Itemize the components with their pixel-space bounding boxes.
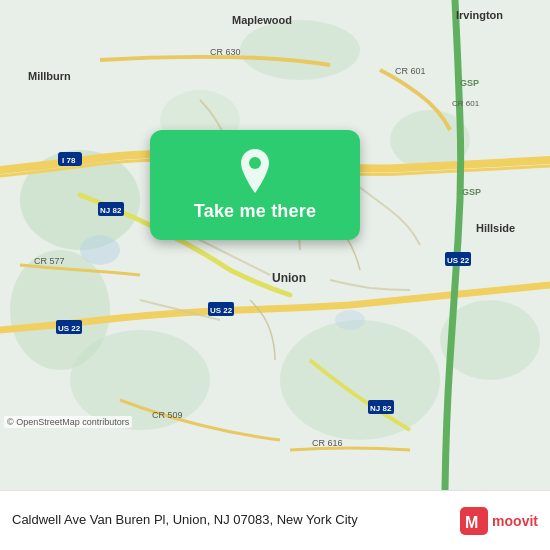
svg-point-9: [80, 235, 120, 265]
svg-text:NJ 82: NJ 82: [100, 206, 122, 215]
svg-point-7: [240, 20, 360, 80]
svg-text:NJ 82: NJ 82: [370, 404, 392, 413]
map-container: CR 630 CR 601 GSP CR 601 I 78 I 78 NJ 82…: [0, 0, 550, 490]
svg-text:I 78: I 78: [62, 156, 76, 165]
osm-attribution: © OpenStreetMap contributors: [4, 416, 132, 428]
svg-text:CR 577: CR 577: [34, 256, 65, 266]
svg-text:CR 616: CR 616: [312, 438, 343, 448]
svg-point-38: [249, 157, 261, 169]
svg-text:US 22: US 22: [210, 306, 233, 315]
moovit-logo-icon: M: [460, 507, 488, 535]
svg-text:US 22: US 22: [447, 256, 470, 265]
svg-point-3: [70, 330, 210, 430]
address-text: Caldwell Ave Van Buren Pl, Union, NJ 070…: [12, 512, 452, 529]
moovit-logo: M moovit: [460, 507, 538, 535]
moovit-text: moovit: [492, 513, 538, 529]
svg-text:GSP: GSP: [460, 78, 479, 88]
svg-point-10: [335, 310, 365, 330]
take-me-there-label: Take me there: [194, 201, 316, 222]
location-pin-icon: [237, 149, 273, 193]
svg-text:Maplewood: Maplewood: [232, 14, 292, 26]
svg-text:CR 601: CR 601: [395, 66, 426, 76]
bottom-bar: Caldwell Ave Van Buren Pl, Union, NJ 070…: [0, 490, 550, 550]
svg-text:Millburn: Millburn: [28, 70, 71, 82]
svg-text:GSP: GSP: [462, 187, 481, 197]
svg-text:CR 601: CR 601: [452, 99, 480, 108]
svg-text:M: M: [465, 514, 478, 531]
svg-text:US 22: US 22: [58, 324, 81, 333]
take-me-there-button[interactable]: Take me there: [150, 130, 360, 240]
svg-text:Union: Union: [272, 271, 306, 285]
svg-text:CR 630: CR 630: [210, 47, 241, 57]
svg-text:Hillside: Hillside: [476, 222, 515, 234]
svg-text:CR 509: CR 509: [152, 410, 183, 420]
svg-point-4: [280, 320, 440, 440]
svg-text:Irvington: Irvington: [456, 9, 503, 21]
